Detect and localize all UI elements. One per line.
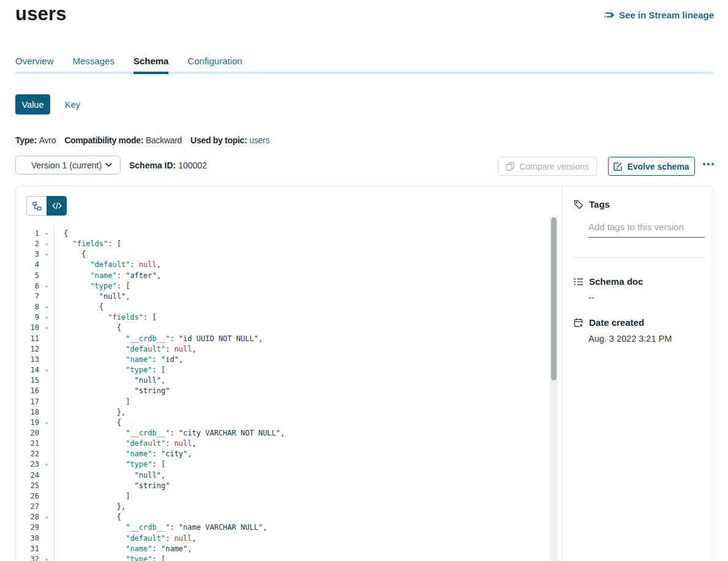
line-number: 29 [16,522,39,533]
add-tags-underline [588,237,705,238]
sidebar-divider [572,257,705,258]
more-options-button[interactable] [700,154,716,173]
code-lines: 1▾{2▾ "fields": [3▾ {4 "default": null,5… [16,228,554,561]
caret-spacer [39,260,54,270]
code-text: { [54,512,121,522]
version-select-value: Version 1 (current) [31,160,105,170]
code-line: 31 "name": "name", [16,544,554,554]
caret-spacer [39,386,54,396]
line-number: 32 [16,554,39,561]
code-text: }, [54,502,126,512]
line-number: 23 [16,459,39,470]
code-view-button[interactable] [47,196,67,216]
tab-messages[interactable]: Messages [73,56,114,66]
collapse-caret-icon[interactable]: ▾ [39,365,54,375]
add-tags-input[interactable]: Add tags to this version [588,222,684,232]
collapse-caret-icon[interactable]: ▾ [39,312,54,323]
code-text: "default": null, [54,533,197,544]
scrollbar-thumb[interactable] [551,217,557,380]
line-number: 2 [16,239,39,249]
schema-doc-title: Schema doc [589,276,643,287]
line-number: 9 [16,312,39,323]
evolve-schema-label: Evolve schema [627,162,689,171]
line-number: 25 [16,481,39,491]
code-text: "default": null, [54,344,197,355]
compat-value: Backward [146,135,182,145]
caret-spacer [39,502,54,512]
compare-versions-button[interactable]: Compare versions [498,157,597,176]
code-text: "__crdb__": "id UUID NOT NULL", [54,334,263,344]
caret-spacer [39,544,54,554]
collapse-caret-icon[interactable]: ▾ [39,554,54,561]
line-number: 28 [16,512,39,522]
collapse-caret-icon[interactable]: ▾ [39,302,54,312]
tab-overview[interactable]: Overview [15,56,54,66]
type-value: Avro [39,135,56,145]
caret-spacer [39,355,54,365]
caret-spacer [39,533,54,544]
page-title: users [15,3,67,25]
schema-id-label: Schema ID: [129,160,176,170]
tab-configuration[interactable]: Configuration [187,56,242,66]
code-text: "fields": [ [54,239,121,249]
tab-schema[interactable]: Schema [133,56,169,66]
collapse-caret-icon[interactable]: ▾ [39,228,54,239]
code-line: 32▾ "type": [ [16,554,554,561]
line-number: 16 [16,386,39,396]
collapse-caret-icon[interactable]: ▾ [39,512,54,522]
chevron-down-icon [105,163,112,167]
line-number: 15 [16,375,39,386]
tab-underline-active [133,72,169,74]
code-view-icon [52,202,62,209]
compare-versions-label: Compare versions [519,162,589,171]
code-text: "type": [ [54,281,130,292]
version-select[interactable]: Version 1 (current) [15,156,121,175]
caret-spacer [39,397,54,407]
code-text: { [54,418,121,428]
code-line: 28▾ { [16,512,554,522]
line-number: 18 [16,407,39,418]
topic-link[interactable]: users [249,135,269,145]
key-toggle-button[interactable]: Key [65,100,80,110]
code-line: 26 ] [16,491,554,502]
details-sidebar: Tags Add tags to this version Schema doc… [562,186,713,561]
line-number: 3 [16,249,39,260]
line-number: 21 [16,439,39,449]
line-number: 14 [16,365,39,375]
line-number: 8 [16,302,39,312]
code-text: "null", [54,375,165,386]
line-number: 12 [16,344,39,355]
caret-spacer [39,428,54,439]
collapse-caret-icon[interactable]: ▾ [39,281,54,292]
value-toggle-button[interactable]: Value [15,94,50,115]
stream-lineage-link[interactable]: See in Stream lineage [604,10,714,20]
code-line: 1▾{ [16,228,554,239]
code-text: ] [54,491,130,502]
code-text: "type": [ [54,459,165,470]
caret-spacer [39,470,54,481]
code-text: ] [54,397,130,407]
code-text: "name": "id", [54,355,183,365]
line-number: 6 [16,281,39,292]
date-created-title: Date created [589,317,644,328]
code-line: 13 "name": "id", [16,355,554,365]
collapse-caret-icon[interactable]: ▾ [39,323,54,333]
code-line: 9▾ "fields": [ [16,312,554,323]
caret-spacer [39,491,54,502]
collapse-caret-icon[interactable]: ▾ [39,239,54,249]
tags-header: Tags [573,199,610,209]
code-text: "type": [ [54,554,165,561]
collapse-caret-icon[interactable]: ▾ [39,459,54,470]
tag-icon [573,200,584,209]
evolve-schema-button[interactable]: Evolve schema [608,157,695,176]
code-text: "__crdb__": "city VARCHAR NOT NULL", [54,428,285,439]
collapse-caret-icon[interactable]: ▾ [39,249,54,260]
code-line: 27 }, [16,502,554,512]
schema-id: Schema ID: 100002 [129,160,207,170]
code-line: 25 "string" [16,481,554,491]
caret-spacer [39,407,54,418]
collapse-caret-icon[interactable]: ▾ [39,418,54,428]
tab-underline-track [15,72,714,74]
code-text: "name": "city", [54,449,192,459]
tree-view-button[interactable] [26,196,47,216]
